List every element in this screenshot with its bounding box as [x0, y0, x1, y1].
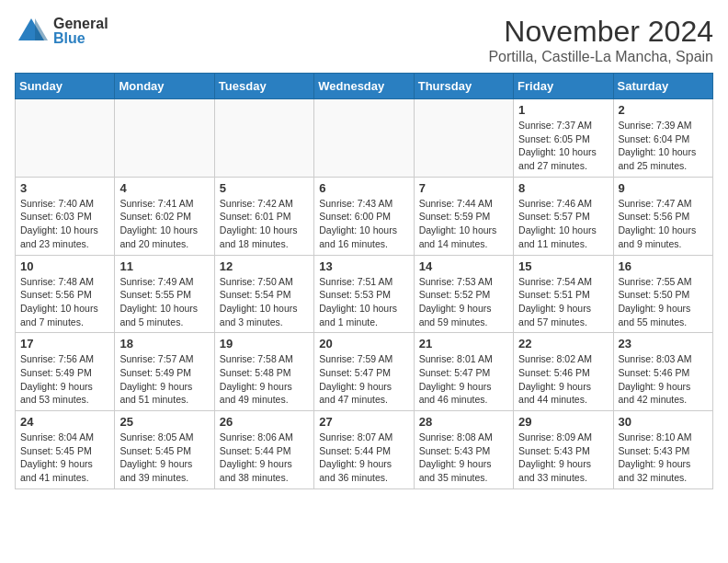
day-number: 8	[518, 181, 608, 195]
day-info: Sunrise: 8:09 AMSunset: 5:43 PMDaylight:…	[518, 431, 608, 485]
day-number: 22	[518, 337, 608, 350]
logo-blue-text: Blue	[53, 31, 108, 46]
day-info: Sunrise: 7:54 AMSunset: 5:51 PMDaylight:…	[518, 275, 608, 329]
calendar-cell: 11Sunrise: 7:49 AMSunset: 5:55 PMDayligh…	[115, 255, 214, 333]
day-number: 12	[220, 259, 309, 273]
day-number: 3	[20, 181, 109, 195]
calendar-cell	[16, 99, 115, 178]
calendar-cell: 22Sunrise: 8:02 AMSunset: 5:46 PMDayligh…	[514, 333, 613, 411]
day-number: 30	[619, 415, 708, 429]
calendar-cell	[214, 99, 313, 178]
weekday-header-monday: Monday	[115, 74, 214, 99]
calendar-cell: 14Sunrise: 7:53 AMSunset: 5:52 PMDayligh…	[414, 255, 513, 333]
day-number: 16	[619, 259, 708, 273]
weekday-header-tuesday: Tuesday	[214, 74, 313, 99]
day-info: Sunrise: 8:06 AMSunset: 5:44 PMDaylight:…	[220, 431, 309, 485]
calendar-week-0: 1Sunrise: 7:37 AMSunset: 6:05 PMDaylight…	[16, 99, 713, 178]
day-info: Sunrise: 8:02 AMSunset: 5:46 PMDaylight:…	[518, 352, 608, 407]
calendar-cell: 1Sunrise: 7:37 AMSunset: 6:05 PMDaylight…	[514, 99, 613, 178]
calendar-cell: 3Sunrise: 7:40 AMSunset: 6:03 PMDaylight…	[16, 177, 115, 255]
page-header: General Blue November 2024 Portilla, Cas…	[15, 15, 713, 65]
day-number: 21	[419, 337, 508, 350]
day-number: 18	[119, 337, 209, 350]
day-number: 19	[220, 337, 309, 350]
day-number: 20	[319, 337, 408, 350]
day-number: 2	[619, 103, 708, 117]
calendar-cell: 29Sunrise: 8:09 AMSunset: 5:43 PMDayligh…	[514, 411, 613, 489]
day-number: 15	[518, 259, 608, 273]
day-info: Sunrise: 7:42 AMSunset: 6:01 PMDaylight:…	[220, 197, 309, 251]
calendar-cell: 7Sunrise: 7:44 AMSunset: 5:59 PMDaylight…	[414, 177, 513, 255]
calendar-cell: 16Sunrise: 7:55 AMSunset: 5:50 PMDayligh…	[613, 255, 712, 333]
weekday-header-saturday: Saturday	[613, 74, 712, 99]
day-info: Sunrise: 7:46 AMSunset: 5:57 PMDaylight:…	[518, 197, 608, 251]
calendar-cell: 17Sunrise: 7:56 AMSunset: 5:49 PMDayligh…	[16, 333, 115, 411]
calendar-cell	[314, 99, 414, 178]
calendar-week-4: 24Sunrise: 8:04 AMSunset: 5:45 PMDayligh…	[16, 411, 713, 489]
day-info: Sunrise: 7:44 AMSunset: 5:59 PMDaylight:…	[419, 197, 508, 251]
day-number: 5	[220, 181, 309, 195]
calendar-cell: 24Sunrise: 8:04 AMSunset: 5:45 PMDayligh…	[16, 411, 115, 489]
day-info: Sunrise: 7:40 AMSunset: 6:03 PMDaylight:…	[20, 197, 109, 251]
day-number: 4	[119, 181, 209, 195]
day-info: Sunrise: 7:37 AMSunset: 6:05 PMDaylight:…	[518, 119, 608, 173]
logo-icon	[15, 15, 48, 48]
day-number: 14	[419, 259, 508, 273]
day-number: 13	[319, 259, 408, 273]
day-info: Sunrise: 8:07 AMSunset: 5:44 PMDaylight:…	[319, 431, 408, 485]
calendar-table: SundayMondayTuesdayWednesdayThursdayFrid…	[15, 73, 713, 489]
logo: General Blue	[15, 15, 108, 48]
day-info: Sunrise: 8:08 AMSunset: 5:43 PMDaylight:…	[419, 431, 508, 485]
day-info: Sunrise: 7:48 AMSunset: 5:56 PMDaylight:…	[20, 275, 109, 329]
calendar-week-2: 10Sunrise: 7:48 AMSunset: 5:56 PMDayligh…	[16, 255, 713, 333]
day-number: 1	[518, 103, 608, 117]
calendar-cell: 6Sunrise: 7:43 AMSunset: 6:00 PMDaylight…	[314, 177, 414, 255]
location-title: Portilla, Castille-La Mancha, Spain	[488, 49, 713, 65]
calendar-cell: 9Sunrise: 7:47 AMSunset: 5:56 PMDaylight…	[613, 177, 712, 255]
calendar-cell: 18Sunrise: 7:57 AMSunset: 5:49 PMDayligh…	[115, 333, 214, 411]
calendar-cell: 23Sunrise: 8:03 AMSunset: 5:46 PMDayligh…	[613, 333, 712, 411]
calendar-cell: 12Sunrise: 7:50 AMSunset: 5:54 PMDayligh…	[214, 255, 313, 333]
day-info: Sunrise: 7:57 AMSunset: 5:49 PMDaylight:…	[119, 352, 209, 407]
weekday-header-wednesday: Wednesday	[314, 74, 414, 99]
day-number: 9	[619, 181, 708, 195]
day-number: 11	[119, 259, 209, 273]
svg-marker-2	[35, 18, 48, 40]
calendar-cell: 5Sunrise: 7:42 AMSunset: 6:01 PMDaylight…	[214, 177, 313, 255]
calendar-cell: 27Sunrise: 8:07 AMSunset: 5:44 PMDayligh…	[314, 411, 414, 489]
day-info: Sunrise: 7:41 AMSunset: 6:02 PMDaylight:…	[119, 197, 209, 251]
calendar-cell: 13Sunrise: 7:51 AMSunset: 5:53 PMDayligh…	[314, 255, 414, 333]
day-number: 7	[419, 181, 508, 195]
weekday-header-sunday: Sunday	[16, 74, 115, 99]
day-info: Sunrise: 7:51 AMSunset: 5:53 PMDaylight:…	[319, 275, 408, 329]
day-info: Sunrise: 7:49 AMSunset: 5:55 PMDaylight:…	[119, 275, 209, 329]
day-number: 29	[518, 415, 608, 429]
calendar-cell: 25Sunrise: 8:05 AMSunset: 5:45 PMDayligh…	[115, 411, 214, 489]
day-info: Sunrise: 7:55 AMSunset: 5:50 PMDaylight:…	[619, 275, 708, 329]
day-info: Sunrise: 8:01 AMSunset: 5:47 PMDaylight:…	[419, 352, 508, 407]
day-info: Sunrise: 8:04 AMSunset: 5:45 PMDaylight:…	[20, 431, 109, 485]
day-info: Sunrise: 7:53 AMSunset: 5:52 PMDaylight:…	[419, 275, 508, 329]
day-info: Sunrise: 8:10 AMSunset: 5:43 PMDaylight:…	[619, 431, 708, 485]
day-number: 10	[20, 259, 109, 273]
day-info: Sunrise: 8:03 AMSunset: 5:46 PMDaylight:…	[619, 352, 708, 407]
calendar-cell: 4Sunrise: 7:41 AMSunset: 6:02 PMDaylight…	[115, 177, 214, 255]
day-number: 28	[419, 415, 508, 429]
calendar-cell: 26Sunrise: 8:06 AMSunset: 5:44 PMDayligh…	[214, 411, 313, 489]
day-number: 17	[20, 337, 109, 350]
day-number: 24	[20, 415, 109, 429]
logo-general-text: General	[53, 17, 108, 31]
day-info: Sunrise: 7:47 AMSunset: 5:56 PMDaylight:…	[619, 197, 708, 251]
logo-text: General Blue	[53, 17, 108, 46]
calendar-cell: 30Sunrise: 8:10 AMSunset: 5:43 PMDayligh…	[613, 411, 712, 489]
weekday-header-friday: Friday	[514, 74, 613, 99]
weekday-header-row: SundayMondayTuesdayWednesdayThursdayFrid…	[16, 74, 713, 99]
day-info: Sunrise: 7:50 AMSunset: 5:54 PMDaylight:…	[220, 275, 309, 329]
calendar-cell: 8Sunrise: 7:46 AMSunset: 5:57 PMDaylight…	[514, 177, 613, 255]
calendar-cell: 21Sunrise: 8:01 AMSunset: 5:47 PMDayligh…	[414, 333, 513, 411]
calendar-cell: 19Sunrise: 7:58 AMSunset: 5:48 PMDayligh…	[214, 333, 313, 411]
calendar-cell	[414, 99, 513, 178]
calendar-week-3: 17Sunrise: 7:56 AMSunset: 5:49 PMDayligh…	[16, 333, 713, 411]
calendar-cell: 10Sunrise: 7:48 AMSunset: 5:56 PMDayligh…	[16, 255, 115, 333]
day-number: 6	[319, 181, 408, 195]
